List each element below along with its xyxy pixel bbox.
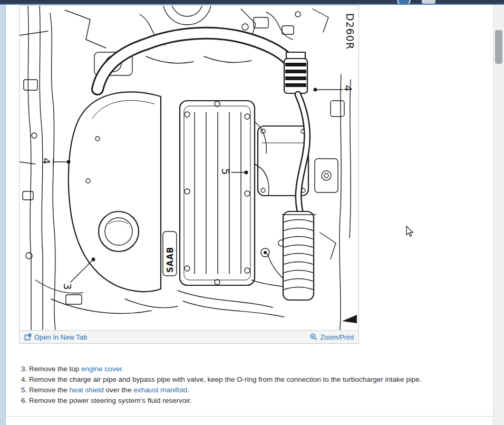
open-in-new-tab-label: Open In New Tab — [34, 333, 87, 341]
corrugated-boot — [282, 211, 316, 300]
charge-pipe-connector — [284, 52, 307, 93]
engine-diagram-image[interactable]: SAAB — [20, 6, 358, 330]
instruction-step-6: 6. Remove the power steering system's fl… — [21, 395, 485, 406]
engine-diagram: SAAB — [20, 6, 358, 330]
callout-3: 3 — [61, 258, 95, 290]
figure-footer: Open In New Tab Zoom/Print — [20, 330, 358, 343]
instruction-text: 6. Remove the power steering system's fl… — [21, 397, 192, 404]
instruction-text: over the — [104, 386, 133, 394]
instruction-step-5: 5. Remove the heat shield over the exhau… — [21, 385, 485, 395]
saab-badge: SAAB — [163, 231, 177, 276]
model-code-label: D260R — [344, 13, 356, 50]
zoom-print-link[interactable]: Zoom/Print — [310, 333, 354, 341]
scrollbar[interactable] — [493, 5, 504, 425]
valve-cover — [180, 101, 255, 285]
intake-hose — [98, 33, 290, 89]
top-navigation-bar — [0, 0, 504, 5]
instruction-text: 5. Remove the — [21, 386, 70, 394]
svg-text:5: 5 — [219, 168, 232, 175]
magnifier-plus-icon — [310, 333, 317, 341]
scrollbar-thumb[interactable] — [495, 30, 502, 64]
saab-brand-label: SAAB — [166, 247, 175, 273]
instruction-step-4: 4. Remove the charge air pipe and bypass… — [21, 374, 485, 385]
callout-5: 5 — [219, 168, 248, 175]
svg-text:3: 3 — [61, 283, 74, 290]
exhaust-manifold-link[interactable]: exhaust manifold — [133, 386, 187, 394]
instruction-step-3: 3. Remove the top engine cover. — [21, 364, 485, 374]
svg-text:4: 4 — [40, 158, 53, 165]
engine-cover-link[interactable]: engine cover. — [81, 365, 123, 373]
engine-diagram-card: SAAB — [19, 5, 359, 344]
instruction-list: 3. Remove the top engine cover. 4. Remov… — [21, 364, 485, 406]
callout-4-right: 4 — [314, 85, 355, 92]
svg-text:4: 4 — [342, 85, 354, 92]
zoom-print-label: Zoom/Print — [320, 333, 354, 341]
corner-mark — [342, 315, 357, 323]
instruction-text: 3. Remove the top — [21, 365, 81, 373]
user-avatar-icon[interactable] — [397, 0, 411, 5]
section-divider — [6, 416, 493, 417]
engine-cover — [69, 92, 161, 292]
open-in-new-tab-icon — [24, 333, 32, 341]
instruction-text: . — [187, 386, 189, 394]
left-edge-panel — [0, 5, 6, 425]
instruction-text: 4. Remove the charge air pipe and bypass… — [21, 375, 421, 383]
chat-icon[interactable] — [422, 0, 435, 4]
callout-4-left: 4 — [40, 158, 71, 165]
heat-shield-link[interactable]: heat shield — [70, 386, 104, 394]
open-in-new-tab-link[interactable]: Open In New Tab — [24, 333, 87, 341]
mouse-cursor — [406, 226, 414, 237]
